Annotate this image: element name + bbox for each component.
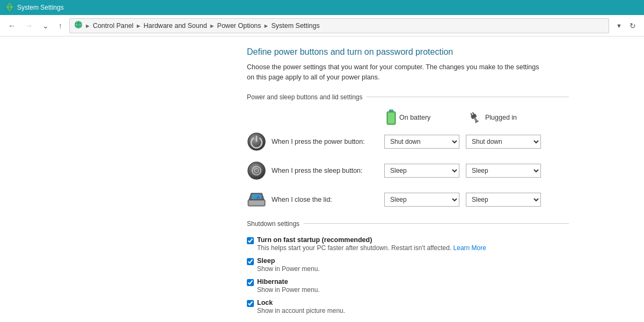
column-headers: On battery Plugged in [247, 109, 569, 126]
page-heading: Define power buttons and turn on passwor… [247, 47, 569, 57]
hibernate-content: Hibernate Show in Power menu. [257, 278, 320, 294]
fast-startup-item: Turn on fast startup (recommended) This … [247, 236, 569, 252]
fast-startup-checkbox[interactable] [247, 237, 254, 244]
sleep-sublabel: Show in Power menu. [257, 265, 320, 273]
back-button[interactable]: ← [5, 19, 18, 32]
content-inner: Define power buttons and turn on passwor… [247, 47, 569, 314]
forward-button[interactable]: → [23, 19, 35, 32]
sleep-button-plugged-select[interactable]: Sleep Shut down Hibernate Turn off the d… [466, 164, 541, 178]
sleep-item: Sleep Show in Power menu. [247, 257, 569, 273]
power-sleep-section-label: Power and sleep buttons and lid settings [247, 93, 362, 101]
lock-label: Lock [257, 299, 345, 306]
learn-more-link[interactable]: Learn More [453, 244, 486, 252]
plug-icon [467, 111, 482, 124]
breadcrumb-sep-1: ► [85, 23, 91, 29]
svg-rect-8 [388, 113, 394, 123]
main-content: Define power buttons and turn on passwor… [0, 36, 644, 322]
svg-rect-18 [249, 201, 264, 205]
lock-checkbox[interactable] [247, 300, 254, 307]
power-sleep-section-header: Power and sleep buttons and lid settings [247, 93, 569, 101]
sleep-label: Sleep [257, 257, 320, 265]
battery-icon [386, 109, 396, 126]
power-button-svg [247, 133, 266, 151]
col-plugged-header: Plugged in [467, 111, 547, 124]
shutdown-section-label: Shutdown settings [247, 220, 299, 228]
breadcrumb-sep-4: ► [264, 23, 269, 29]
sleep-button-label: When I press the sleep button: [272, 167, 384, 174]
section-divider [367, 97, 569, 97]
lid-label: When I close the lid: [272, 196, 384, 203]
lid-battery-select[interactable]: Sleep Shut down Hibernate Turn off the d… [384, 193, 459, 207]
shutdown-section-header: Shutdown settings [247, 220, 569, 228]
breadcrumb-hardware-sound[interactable]: Hardware and Sound [144, 22, 207, 30]
sleep-checkbox[interactable] [247, 258, 254, 265]
fast-startup-label: Turn on fast startup (recommended) [257, 236, 486, 244]
col-battery-label: On battery [399, 114, 430, 121]
hibernate-checkbox[interactable] [247, 279, 254, 286]
sleep-content: Sleep Show in Power menu. [257, 257, 320, 273]
hibernate-sublabel: Show in Power menu. [257, 286, 320, 294]
shutdown-section: Shutdown settings Turn on fast startup (… [247, 220, 569, 314]
breadcrumb-home-icon [74, 20, 83, 31]
address-end-buttons: ▼ ↻ [613, 19, 639, 32]
svg-rect-6 [389, 109, 393, 112]
lid-row: When I close the lid: Sleep Shut down Hi… [247, 190, 569, 209]
breadcrumb-control-panel[interactable]: Control Panel [93, 22, 134, 30]
lock-sublabel: Show in account picture menu. [257, 307, 345, 314]
power-button-label: When I press the power button: [272, 138, 384, 145]
breadcrumb-sep-2: ► [136, 23, 142, 29]
lid-plugged-select[interactable]: Sleep Shut down Hibernate Turn off the d… [466, 193, 541, 207]
breadcrumb-power-options[interactable]: Power Options [217, 22, 261, 30]
fast-startup-sublabel: This helps start your PC faster after sh… [257, 244, 486, 252]
breadcrumb: ► Control Panel ► Hardware and Sound ► P… [69, 18, 609, 33]
lid-icon [247, 190, 266, 209]
svg-point-14 [248, 162, 265, 179]
power-button-battery-select[interactable]: Shut down Sleep Hibernate Turn off the d… [384, 135, 459, 149]
lid-svg [247, 191, 266, 208]
page-description: Choose the power settings that you want … [247, 62, 547, 83]
down-button[interactable]: ⌄ [40, 19, 52, 32]
title-bar-title: System Settings [17, 4, 64, 11]
fast-startup-content: Turn on fast startup (recommended) This … [257, 236, 486, 252]
address-bar: ← → ⌄ ↑ ► Control Panel ► Hardware and S… [0, 15, 644, 36]
sleep-button-svg [247, 162, 266, 180]
refresh-button[interactable]: ↻ [627, 19, 639, 32]
hibernate-label: Hibernate [257, 278, 320, 286]
hibernate-item: Hibernate Show in Power menu. [247, 278, 569, 294]
title-bar: System Settings [0, 0, 644, 15]
col-battery-header: On battery [386, 109, 467, 126]
shutdown-section-divider [304, 223, 569, 224]
lock-item: Lock Show in account picture menu. [247, 299, 569, 314]
sleep-button-icon [247, 161, 266, 180]
power-button-row: When I press the power button: Shut down… [247, 132, 569, 151]
sleep-button-battery-select[interactable]: Sleep Shut down Hibernate Turn off the d… [384, 164, 459, 178]
lock-content: Lock Show in account picture menu. [257, 299, 345, 314]
breadcrumb-system-settings: System Settings [271, 22, 319, 30]
col-plugged-label: Plugged in [485, 114, 517, 121]
title-bar-icon [5, 3, 14, 13]
dropdown-button[interactable]: ▼ [613, 20, 625, 31]
breadcrumb-sep-3: ► [209, 23, 215, 29]
power-button-plugged-select[interactable]: Shut down Sleep Hibernate Turn off the d… [466, 135, 541, 149]
sleep-button-row: When I press the sleep button: Sleep Shu… [247, 161, 569, 180]
up-button[interactable]: ↑ [56, 19, 65, 32]
power-button-icon [247, 132, 266, 151]
